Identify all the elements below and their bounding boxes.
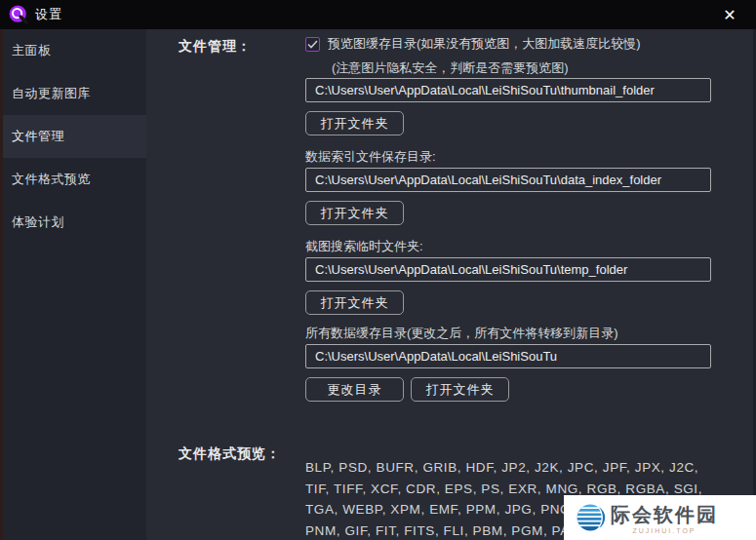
change-directory-button[interactable]: 更改目录 [305, 377, 404, 402]
all-cache-path-input[interactable] [305, 344, 711, 368]
temp-folder-path-input[interactable] [305, 257, 711, 282]
temp-folder-label: 截图搜索临时文件夹: [305, 238, 756, 254]
file-format-preview-section-label: 文件格式预览： [146, 437, 305, 540]
window-title: 设置 [35, 6, 62, 23]
window-left-edge [0, 29, 3, 540]
settings-content: 文件管理： 预览图缓存目录(如果没有预览图，大图加载速度比较慢) (注意图片隐私… [146, 29, 756, 540]
close-button[interactable]: ✕ [713, 0, 746, 29]
open-temp-folder-button[interactable]: 打开文件夹 [305, 290, 404, 315]
data-index-label: 数据索引文件保存目录: [305, 148, 756, 165]
sidebar-item-file-format-preview[interactable]: 文件格式预览 [0, 158, 146, 201]
open-data-index-folder-button[interactable]: 打开文件夹 [305, 201, 404, 225]
file-management-section-label: 文件管理： [146, 29, 305, 402]
format-list-line: BLP, PSD, BUFR, GRIB, HDF, JP2, J2K, JPC… [305, 457, 756, 479]
data-index-folder-path-input[interactable] [305, 168, 711, 192]
globe-logo-icon [574, 500, 609, 535]
check-icon [307, 40, 318, 49]
settings-window: 设置 ✕ 主面板 自动更新图库 文件管理 文件格式预览 体验计划 文件管理： 预… [0, 0, 756, 540]
sidebar-item-auto-update-gallery[interactable]: 自动更新图库 [0, 72, 146, 115]
preview-cache-checkbox-row[interactable]: 预览图缓存目录(如果没有预览图，大图加载速度比较慢) [305, 34, 756, 54]
privacy-note: (注意图片隐私安全，判断是否需要预览图) [305, 59, 756, 75]
sidebar-item-experience-plan[interactable]: 体验计划 [0, 201, 146, 244]
open-all-cache-folder-button[interactable]: 打开文件夹 [411, 377, 509, 402]
preview-cache-checkbox-label: 预览图缓存目录(如果没有预览图，大图加载速度比较慢) [328, 35, 641, 53]
sidebar-item-main-panel[interactable]: 主面板 [0, 29, 146, 72]
watermark-site-name: 际会软件园 [611, 502, 718, 528]
file-management-section: 文件管理： 预览图缓存目录(如果没有预览图，大图加载速度比较慢) (注意图片隐私… [146, 29, 756, 402]
titlebar: 设置 ✕ [0, 0, 756, 29]
open-thumbnail-folder-button[interactable]: 打开文件夹 [305, 111, 404, 135]
all-cache-label: 所有数据缓存目录(更改之后，所有文件将转移到新目录) [305, 325, 756, 341]
app-magnifier-icon [9, 5, 28, 24]
site-watermark: 际会软件园 ZUJIHUI.TOP [564, 495, 756, 540]
preview-cache-checkbox[interactable] [305, 37, 320, 52]
sidebar-item-file-management[interactable]: 文件管理 [0, 115, 146, 158]
settings-sidebar: 主面板 自动更新图库 文件管理 文件格式预览 体验计划 [0, 29, 146, 540]
thumbnail-folder-path-input[interactable] [305, 78, 711, 102]
watermark-site-domain: ZUJIHUI.TOP [632, 527, 696, 534]
